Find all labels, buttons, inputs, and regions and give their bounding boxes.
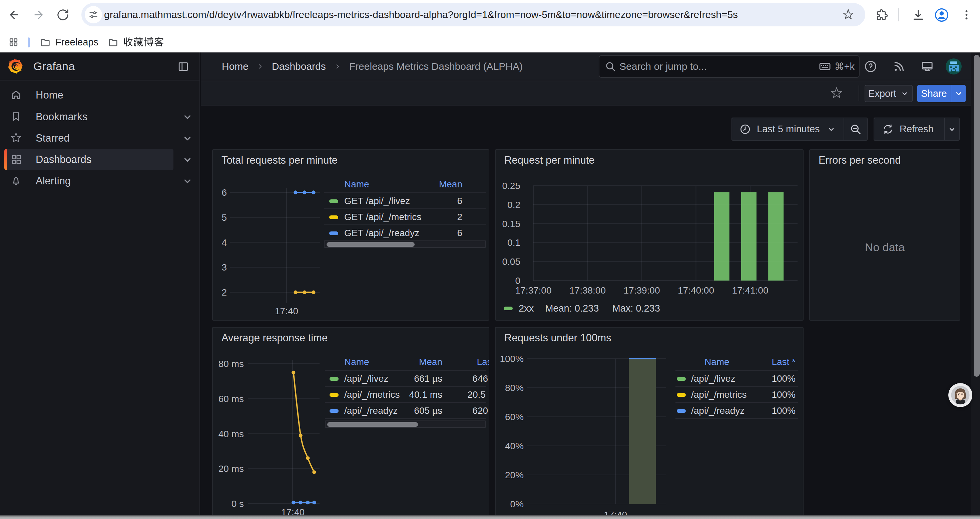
legend-header-name[interactable]: Name	[705, 354, 730, 370]
time-range-picker[interactable]: Last 5 minutes	[732, 118, 843, 141]
refresh-interval-button[interactable]	[944, 118, 960, 141]
legend-mean: 605 µs	[414, 403, 442, 419]
legend-name: 2xx	[519, 303, 534, 314]
browser-chrome: grafana.mathmast.com/d/deytv4rwavabkb/fr…	[0, 0, 980, 53]
sidebar-item-label: Home	[36, 89, 64, 101]
breadcrumb-home[interactable]: Home	[222, 61, 248, 72]
legend-last: 620 µs	[473, 403, 489, 419]
site-settings-icon[interactable]	[85, 6, 102, 23]
refresh-button[interactable]: Refresh	[873, 118, 944, 141]
rss-icon[interactable]	[892, 60, 905, 73]
svg-text:40 ms: 40 ms	[218, 429, 244, 439]
share-dropdown-button[interactable]	[951, 85, 966, 102]
svg-text:17:40: 17:40	[275, 306, 298, 316]
legend-hscrollbar[interactable]	[324, 241, 486, 248]
panel-title[interactable]: Errors per second	[819, 154, 900, 166]
download-icon[interactable]	[912, 8, 925, 23]
dock-menu-icon[interactable]	[177, 61, 189, 74]
refresh-label: Refresh	[900, 124, 934, 134]
monitor-icon[interactable]	[921, 60, 934, 73]
legend-row[interactable]: /api/_/readyz 605 µs 620 µs	[325, 402, 486, 418]
legend-row[interactable]: /api/_/metrics 40.1 ms 20.5 ms	[325, 386, 486, 402]
chevron-down-icon[interactable]	[181, 175, 194, 187]
svg-text:20 ms: 20 ms	[218, 463, 244, 474]
floating-avatar[interactable]	[948, 383, 972, 407]
legend-header-name[interactable]: Name	[344, 354, 369, 370]
breadcrumb-dashboards[interactable]: Dashboards	[272, 61, 326, 72]
favorite-star-icon[interactable]	[830, 86, 843, 101]
legend-header-mean[interactable]: Mean	[439, 176, 462, 192]
dashboard-canvas: Last 5 minutes Refresh Total r	[201, 106, 980, 519]
star-icon	[10, 132, 22, 144]
chevron-down-icon[interactable]	[181, 111, 194, 123]
sidebar: Grafana Home Bookmarks	[0, 53, 200, 519]
extensions-icon[interactable]	[875, 8, 889, 23]
legend-row[interactable]: /api/_/readyz 100%	[675, 402, 798, 418]
svg-text:5: 5	[221, 212, 227, 223]
chevron-down-icon[interactable]	[181, 132, 194, 144]
sidebar-item-dashboards[interactable]: Dashboards	[4, 149, 173, 170]
panel-total-requests-per-minute[interactable]: Total requests per minute 6543217:40 Nam…	[212, 149, 489, 321]
bookmark-star-icon[interactable]	[842, 9, 854, 22]
sidebar-item-alerting[interactable]: Alerting	[4, 170, 173, 192]
panel-request-per-minute[interactable]: Request per minute 0.250.20.150.10.05017…	[495, 149, 803, 321]
help-icon[interactable]	[864, 60, 877, 73]
panel-average-response-time[interactable]: Average response time 0 s20 ms40 ms60 ms…	[212, 327, 489, 519]
user-avatar[interactable]	[946, 58, 962, 76]
legend-name: /api/_/livez	[691, 371, 735, 387]
legend-row[interactable]: /api/_/livez 661 µs 646 µs	[325, 370, 486, 386]
url-text[interactable]: grafana.mathmast.com/d/deytv4rwavabkb/fr…	[104, 3, 738, 26]
search-shortcut: ⌘+k	[835, 61, 854, 72]
svg-text:2: 2	[221, 287, 227, 297]
reload-icon[interactable]	[57, 9, 69, 22]
panel-requests-under-100ms[interactable]: Requests under 100ms 100%80%60%40%20%0%1…	[495, 327, 803, 519]
chevron-down-icon[interactable]	[181, 153, 194, 166]
chevron-down-icon	[827, 125, 836, 134]
zoom-out-button[interactable]	[843, 118, 868, 141]
toolbar-separator	[859, 86, 859, 101]
legend-row[interactable]: /api/_/metrics 100%	[675, 386, 798, 402]
legend-header-last[interactable]: Last *	[477, 354, 489, 370]
legend-inline[interactable]: 2xx Mean: 0.233 Max: 0.233	[504, 300, 660, 316]
legend-header-name[interactable]: Name	[344, 176, 369, 192]
no-data-message: No data	[810, 241, 960, 254]
svg-text:60%: 60%	[505, 412, 524, 422]
legend-last: 20.5 ms	[467, 387, 489, 403]
svg-text:17:39:00: 17:39:00	[624, 285, 660, 295]
grafana-app: Grafana Home Bookmarks	[0, 53, 980, 519]
url-bar[interactable]: grafana.mathmast.com/d/deytv4rwavabkb/fr…	[81, 3, 865, 26]
legend-row[interactable]: /api/_/livez 100%	[675, 370, 798, 386]
export-button[interactable]: Export	[865, 85, 913, 102]
back-icon[interactable]	[8, 9, 20, 22]
page-scrollbar[interactable]	[970, 53, 980, 519]
bookmark-folder-cjk[interactable]	[108, 32, 166, 53]
legend-row[interactable]: GET /api/_/readyz 6	[324, 224, 486, 241]
legend-last: 100%	[772, 387, 795, 403]
series-chip-yellow	[329, 216, 338, 219]
main-area: Home Dashboards Freeleaps Metrics Dashbo…	[201, 53, 980, 519]
legend-row[interactable]: GET /api/_/livez 6	[324, 192, 486, 208]
svg-text:0: 0	[515, 276, 520, 286]
bookmark-folder-freeleaps[interactable]: Freeleaps	[40, 32, 99, 53]
legend-hscrollbar[interactable]	[325, 420, 486, 428]
page-scrollbar-thumb[interactable]	[974, 55, 980, 377]
legend-header-mean[interactable]: Mean	[419, 354, 442, 370]
apps-grid-icon[interactable]	[8, 37, 19, 49]
legend-hscrollbar-thumb[interactable]	[326, 242, 415, 247]
bookmarks-bar: Freeleaps	[0, 32, 980, 53]
legend-row[interactable]: GET /api/_/metrics 2	[324, 208, 486, 224]
forward-icon[interactable]	[32, 9, 45, 22]
sidebar-item-starred[interactable]: Starred	[4, 128, 173, 149]
sidebar-item-home[interactable]: Home	[4, 85, 173, 105]
sidebar-item-bookmarks[interactable]: Bookmarks	[4, 106, 173, 127]
clock-icon	[740, 124, 751, 135]
legend-name: /api/_/metrics	[691, 387, 747, 403]
chrome-menu-icon[interactable]	[960, 9, 973, 22]
share-button[interactable]: Share	[917, 85, 951, 102]
legend-hscrollbar-thumb[interactable]	[327, 422, 418, 427]
brand-name[interactable]: Grafana	[33, 53, 75, 80]
profile-icon[interactable]	[934, 8, 949, 24]
search-input[interactable]: Search or jump to... ⌘+k	[599, 55, 859, 78]
panel-errors-per-second[interactable]: Errors per second No data	[809, 149, 960, 321]
legend-header-last[interactable]: Last *	[772, 354, 795, 370]
